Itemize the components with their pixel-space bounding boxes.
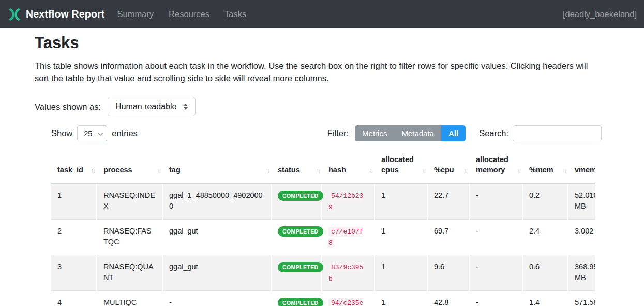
column-header-hash[interactable]: hash↑↓ — [322, 149, 375, 183]
table-header-row: task_id↑↓process↑↓tag↑↓status↑↓hash↑↓all… — [51, 149, 595, 183]
cell-vmem: 3.002 — [568, 220, 595, 255]
chevron-down-icon — [98, 130, 103, 135]
cell-pct_mem: 1.4 — [522, 291, 568, 306]
task-hash-code: 94/c235e1 — [328, 298, 363, 306]
task-hash-code: 83/9c395b — [328, 263, 363, 284]
cell-status: COMPLETED — [271, 255, 322, 291]
table-controls: Show 25 entries Filter: MetricsMetadataA… — [51, 125, 602, 141]
show-label: Show — [51, 128, 72, 138]
page-title: Tasks — [35, 34, 644, 52]
nav-link-summary[interactable]: Summary — [117, 9, 154, 19]
column-header-vmem[interactable]: vmem↑↓ — [568, 149, 595, 183]
column-header-task_id[interactable]: task_id↑↓ — [51, 149, 97, 183]
cell-tag: - — [162, 291, 271, 306]
cell-pct_mem: 2.4 — [522, 220, 568, 255]
cell-pct_cpu: 69.7 — [427, 220, 469, 255]
cell-vmem: 368.95 MB — [568, 255, 595, 291]
navbar: Nextflow Report SummaryResourcesTasks [d… — [0, 0, 644, 28]
status-badge: COMPLETED — [278, 298, 323, 306]
filter-button-group: MetricsMetadataAll — [355, 125, 466, 141]
cell-pct_cpu: 9.6 — [427, 255, 469, 291]
filter-label: Filter: — [327, 128, 349, 138]
app-title: Nextflow Report — [26, 8, 105, 20]
table-row: 4MULTIQC-COMPLETED94/c235e1142.8-1.4571.… — [51, 291, 595, 306]
table-body: 1RNASEQ:INDEXggal_1_48850000_49020000COM… — [51, 183, 595, 306]
values-shown-value: Human readable — [115, 102, 176, 111]
tasks-table-section: Show 25 entries Filter: MetricsMetadataA… — [51, 125, 602, 306]
column-label: status — [278, 166, 300, 174]
search-label: Search: — [479, 128, 508, 138]
cell-hash: 83/9c395b — [322, 255, 375, 291]
values-shown-row: Values shown as: Human readable — [35, 97, 644, 116]
navbar-brand[interactable]: Nextflow Report — [7, 7, 105, 22]
sort-arrows-icon: ↑↓ — [517, 166, 520, 176]
cell-process: RNASEQ:QUANT — [97, 255, 162, 291]
page-length-value: 25 — [84, 129, 92, 138]
tasks-table: task_id↑↓process↑↓tag↑↓status↑↓hash↑↓all… — [51, 149, 595, 306]
sort-arrows-icon: ↑↓ — [91, 166, 94, 176]
column-header-allocated_cpus[interactable]: allocated cpus↑↓ — [375, 149, 427, 183]
search-input[interactable] — [513, 125, 602, 141]
cell-tag: ggal_gut — [162, 220, 271, 255]
cell-status: COMPLETED — [271, 183, 322, 220]
sort-arrows-icon: ↑↓ — [265, 166, 268, 176]
cell-status: COMPLETED — [271, 291, 322, 306]
table-row: 2RNASEQ:FASTQCggal_gutCOMPLETEDc7/e107f8… — [51, 220, 595, 255]
main-content: Tasks This table shows information about… — [0, 28, 644, 306]
task-hash-code: c7/e107f8 — [328, 227, 363, 248]
page-length-select[interactable]: 25 — [77, 125, 107, 141]
filter-button-metrics[interactable]: Metrics — [355, 125, 394, 141]
column-header-allocated_memory[interactable]: allocated memory↑↓ — [469, 149, 522, 183]
table-scroll-container[interactable]: task_id↑↓process↑↓tag↑↓status↑↓hash↑↓all… — [51, 149, 595, 306]
filter-button-all[interactable]: All — [441, 125, 466, 141]
cell-allocated_memory: - — [469, 291, 522, 306]
page-description: This table shows information about each … — [35, 60, 604, 84]
column-label: task_id — [57, 166, 83, 174]
column-header-pct_cpu[interactable]: %cpu↑↓ — [427, 149, 469, 183]
cell-process: RNASEQ:INDEX — [97, 183, 162, 220]
column-header-status[interactable]: status↑↓ — [271, 149, 322, 183]
cell-task_id: 4 — [51, 291, 97, 306]
status-badge: COMPLETED — [278, 226, 323, 237]
cell-allocated_cpus: 1 — [375, 291, 427, 306]
nav-links: SummaryResourcesTasks — [117, 9, 247, 19]
cell-allocated_cpus: 1 — [375, 183, 427, 220]
cell-task_id: 2 — [51, 220, 97, 255]
column-header-process[interactable]: process↑↓ — [97, 149, 162, 183]
column-header-tag[interactable]: tag↑↓ — [162, 149, 271, 183]
column-header-pct_mem[interactable]: %mem↑↓ — [522, 149, 568, 183]
status-badge: COMPLETED — [278, 191, 323, 201]
column-label: %mem — [529, 166, 553, 174]
nav-link-resources[interactable]: Resources — [169, 9, 209, 19]
cell-process: MULTIQC — [97, 291, 162, 306]
cell-vmem: 571.58 MB — [568, 291, 595, 306]
cell-task_id: 3 — [51, 255, 97, 291]
cell-pct_cpu: 42.8 — [427, 291, 469, 306]
status-badge: COMPLETED — [278, 262, 323, 272]
cell-pct_mem: 0.6 — [522, 255, 568, 291]
column-label: hash — [328, 166, 346, 174]
cell-tag: ggal_1_48850000_49020000 — [162, 183, 271, 220]
column-label: allocated cpus — [381, 155, 414, 174]
cell-hash: 54/12b239 — [322, 183, 375, 220]
column-label: allocated memory — [476, 155, 508, 174]
cell-hash: c7/e107f8 — [322, 220, 375, 255]
filter-button-metadata[interactable]: Metadata — [394, 125, 441, 141]
cell-process: RNASEQ:FASTQC — [97, 220, 162, 255]
table-row: 3RNASEQ:QUANTggal_gutCOMPLETED83/9c395b1… — [51, 255, 595, 291]
column-label: vmem — [575, 166, 595, 174]
filter-search-controls: Filter: MetricsMetadataAll Search: — [327, 125, 602, 141]
cell-allocated_cpus: 1 — [375, 255, 427, 291]
cell-status: COMPLETED — [271, 220, 322, 255]
cell-task_id: 1 — [51, 183, 97, 220]
cell-pct_mem: 0.2 — [522, 183, 568, 220]
cell-hash: 94/c235e1 — [322, 291, 375, 306]
sort-arrows-icon: ↑↓ — [422, 166, 425, 176]
sort-arrows-icon: ↑↓ — [369, 166, 372, 176]
nextflow-logo-icon — [7, 7, 22, 22]
sort-arrows-icon: ↑↓ — [562, 166, 565, 176]
cell-vmem: 52.016 MB — [568, 183, 595, 220]
select-updown-icon — [184, 104, 188, 110]
nav-link-tasks[interactable]: Tasks — [224, 9, 246, 19]
values-shown-select[interactable]: Human readable — [108, 97, 196, 116]
